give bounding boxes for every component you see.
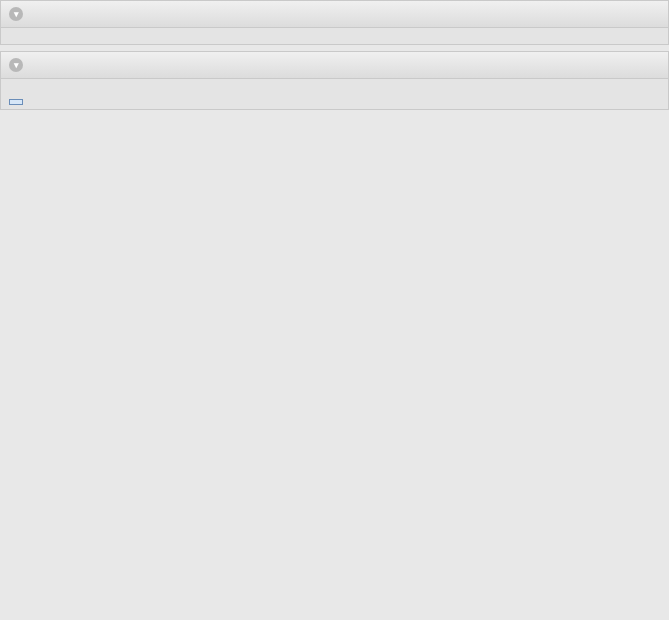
proxy-tooltip <box>9 99 23 105</box>
sd-header[interactable]: ▾ <box>1 52 668 79</box>
general-header[interactable]: ▾ <box>1 1 668 28</box>
collapse-icon[interactable]: ▾ <box>9 7 23 21</box>
general-body <box>1 28 668 44</box>
source-destination-panel: ▾ <box>0 51 669 110</box>
sd-body <box>1 79 668 109</box>
collapse-icon[interactable]: ▾ <box>9 58 23 72</box>
sd-column-headers <box>9 85 660 99</box>
general-panel: ▾ <box>0 0 669 45</box>
